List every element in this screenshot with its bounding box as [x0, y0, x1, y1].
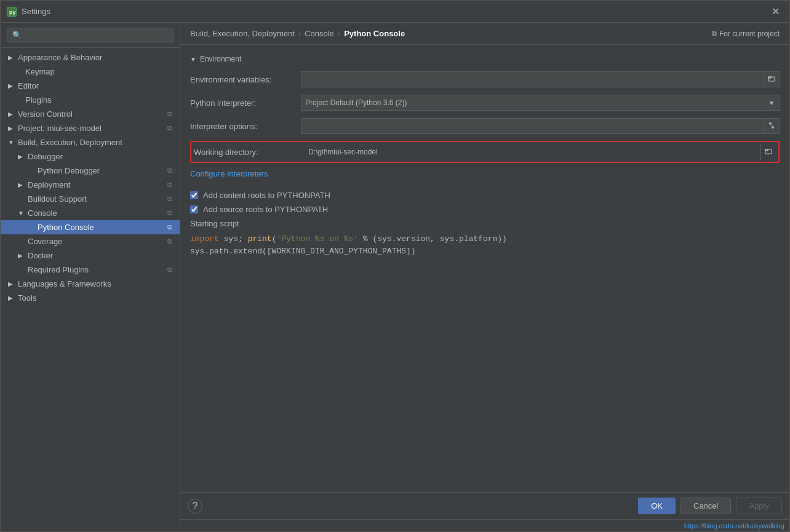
sidebar-item-editor[interactable]: ▶ Editor — [1, 79, 180, 93]
code-block: import sys; print('Python %s on %s' % (s… — [190, 233, 780, 257]
code-keyword-import: import — [190, 234, 219, 244]
configure-interpreters-link[interactable]: Configure Interpreters — [190, 169, 268, 178]
working-dir-input[interactable] — [305, 144, 760, 160]
sidebar-item-label: Editor — [18, 81, 39, 90]
arrow-icon: ▶ — [8, 295, 14, 301]
breadcrumb-sep1: › — [298, 29, 301, 38]
copy-icon: ⧉ — [167, 209, 172, 217]
sidebar-item-required-plugins[interactable]: Required Plugins ⧉ — [1, 263, 180, 277]
sidebar-item-label: Deployment — [28, 180, 70, 189]
sidebar-item-appearance[interactable]: ▶ Appearance & Behavior — [1, 50, 180, 65]
interpreter-row: Python interpreter: Project Default (Pyt… — [190, 94, 780, 111]
sidebar-item-label: Project: miui-sec-model — [18, 124, 102, 133]
sidebar: ▶ Appearance & Behavior Keymap ▶ Editor … — [1, 23, 180, 531]
sidebar-item-version-control[interactable]: ▶ Version Control ⧉ — [1, 107, 180, 121]
arrow-icon: ▶ — [18, 252, 24, 259]
working-dir-browse-button[interactable] — [760, 144, 776, 160]
main-panel: Build, Execution, Deployment › Console ›… — [180, 23, 789, 531]
sidebar-item-project[interactable]: ▶ Project: miui-sec-model ⧉ — [1, 121, 180, 135]
sidebar-item-plugins[interactable]: Plugins — [1, 93, 180, 107]
breadcrumb-part2: Console — [305, 29, 334, 38]
code-line-2: sys.path.extend([WORKING_DIR_AND_PYTHON_… — [190, 245, 780, 258]
env-vars-control — [301, 71, 780, 87]
arrow-icon: ▼ — [8, 139, 14, 146]
arrow-icon: ▶ — [8, 82, 14, 89]
interpreter-options-label: Interpreter options: — [190, 122, 301, 131]
breadcrumb-part1: Build, Execution, Deployment — [190, 29, 295, 38]
checkbox-source-roots: Add source roots to PYTHONPATH — [190, 205, 780, 214]
copy-icon: ⧉ — [167, 195, 172, 203]
content-roots-checkbox[interactable] — [190, 191, 198, 199]
breadcrumb-action-label: For current project — [719, 30, 780, 38]
sidebar-item-build-exec[interactable]: ▼ Build, Execution, Deployment — [1, 135, 180, 149]
sidebar-item-tools[interactable]: ▶ Tools — [1, 291, 180, 305]
search-box — [1, 23, 180, 48]
collapse-triangle-icon[interactable]: ▼ — [190, 56, 196, 63]
interpreter-options-input[interactable] — [301, 118, 764, 134]
content-area: ▶ Appearance & Behavior Keymap ▶ Editor … — [1, 23, 789, 531]
sidebar-item-keymap[interactable]: Keymap — [1, 65, 180, 79]
arrow-icon: ▶ — [18, 153, 24, 160]
sidebar-item-console[interactable]: ▼ Console ⧉ — [1, 206, 180, 220]
sidebar-item-label: Docker — [28, 251, 53, 260]
sidebar-item-buildout[interactable]: Buildout Support ⧉ — [1, 192, 180, 206]
section-label: Environment — [200, 55, 241, 63]
status-url: https://blog.csdn.net/luckywalking — [684, 522, 784, 530]
sidebar-item-languages[interactable]: ▶ Languages & Frameworks — [1, 277, 180, 291]
breadcrumb-current: Python Console — [344, 29, 405, 38]
nav-tree: ▶ Appearance & Behavior Keymap ▶ Editor … — [1, 48, 180, 531]
sidebar-item-docker[interactable]: ▶ Docker — [1, 248, 180, 263]
apply-button[interactable]: Apply — [736, 498, 782, 514]
cancel-button[interactable]: Cancel — [680, 498, 731, 514]
environment-section: ▼ Environment — [190, 55, 780, 63]
sidebar-item-python-console[interactable]: Python Console ⧉ — [1, 220, 180, 234]
breadcrumb-bar: Build, Execution, Deployment › Console ›… — [180, 23, 789, 45]
sidebar-item-label: Coverage — [28, 237, 62, 246]
sidebar-item-label: Version Control — [18, 109, 73, 119]
sidebar-item-label: Buildout Support — [28, 194, 87, 204]
code-string-1: 'Python %s on %s' — [276, 234, 358, 244]
arrow-icon: ▶ — [8, 125, 14, 132]
window-title: Settings — [22, 7, 768, 16]
sidebar-item-label: Console — [28, 208, 57, 218]
search-input[interactable] — [7, 28, 174, 42]
settings-window: py Settings ✕ ▶ Appearance & Behavior Ke… — [0, 0, 790, 532]
code-function-print: print — [248, 234, 272, 244]
interpreter-options-row: Interpreter options: — [190, 117, 780, 135]
interpreter-options-expand-button[interactable] — [764, 118, 780, 134]
sidebar-item-coverage[interactable]: Coverage ⧉ — [1, 234, 180, 248]
env-vars-label: Environment variables: — [190, 75, 301, 84]
svg-rect-6 — [765, 149, 772, 154]
breadcrumb-sep2: › — [338, 29, 340, 38]
env-vars-browse-button[interactable] — [764, 71, 780, 87]
copy-icon: ⧉ — [167, 110, 172, 118]
working-dir-label: Working directory: — [194, 148, 305, 157]
starting-script-label: Starting script — [190, 219, 780, 228]
svg-text:py: py — [9, 9, 16, 15]
sidebar-item-python-debugger[interactable]: Python Debugger ⧉ — [1, 164, 180, 178]
copy-icon: ⧉ — [167, 266, 172, 274]
help-button[interactable]: ? — [188, 499, 202, 514]
svg-rect-2 — [768, 77, 775, 81]
sidebar-item-label: Keymap — [25, 67, 55, 76]
arrow-icon: ▼ — [18, 210, 24, 216]
sidebar-item-deployment[interactable]: ▶ Deployment ⧉ — [1, 178, 180, 192]
ok-button[interactable]: OK — [638, 498, 676, 514]
copy-icon: ⧉ — [167, 237, 172, 245]
content-roots-label: Add content roots to PYTHONPATH — [203, 191, 330, 200]
env-vars-input[interactable] — [301, 71, 764, 87]
copy-icon: ⧉ — [167, 124, 172, 132]
sidebar-item-label: Build, Execution, Deployment — [18, 138, 122, 147]
close-button[interactable]: ✕ — [768, 4, 783, 18]
copy-icon: ⧉ — [167, 167, 172, 175]
breadcrumb-action[interactable]: ⧉ For current project — [712, 30, 780, 38]
interpreter-select[interactable]: Project Default (Python 3.6 (2)) — [301, 95, 780, 111]
app-icon: py — [7, 7, 17, 17]
bottom-bar: ? OK Cancel Apply — [180, 492, 789, 519]
sidebar-item-label: Appearance & Behavior — [18, 53, 102, 62]
interpreter-options-control — [301, 118, 780, 134]
copy-icon-small: ⧉ — [712, 30, 717, 38]
arrow-icon: ▶ — [8, 54, 14, 61]
sidebar-item-debugger[interactable]: ▶ Debugger — [1, 149, 180, 164]
source-roots-checkbox[interactable] — [190, 205, 198, 213]
